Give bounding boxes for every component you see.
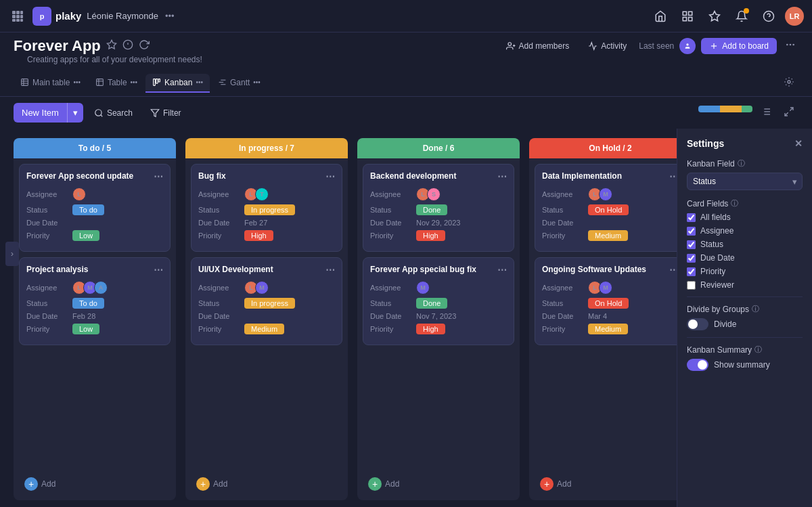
tab-gantt-label: Gantt <box>230 78 250 87</box>
settings-close-btn[interactable]: ✕ <box>794 138 803 149</box>
field-priority-checkbox[interactable] <box>687 267 696 276</box>
summary-info-icon[interactable]: ⓘ <box>754 345 762 355</box>
summary-toggle[interactable] <box>687 359 708 371</box>
status-badge[interactable]: In progress <box>244 204 295 215</box>
tab-gantt-more[interactable]: ••• <box>253 79 261 86</box>
status-label: Status <box>198 299 244 307</box>
apps-grid-icon-btn[interactable] <box>677 5 698 27</box>
add-label: Add <box>385 479 399 489</box>
search-btn[interactable]: Search <box>87 104 139 122</box>
priority-badge[interactable]: High <box>244 230 273 241</box>
avatar: M <box>599 188 612 201</box>
onhold-add-btn[interactable]: + Add <box>535 473 677 495</box>
add-label: Add <box>557 479 571 489</box>
status-badge[interactable]: On Hold <box>588 298 629 309</box>
tab-table-more[interactable]: ••• <box>131 79 138 86</box>
add-members-btn[interactable]: Add members <box>499 38 577 54</box>
tab-kanban[interactable]: Kanban ••• <box>145 74 210 93</box>
card-more-btn[interactable]: ⋯ <box>669 171 677 182</box>
card-title: Forever App second update ⋯ <box>26 171 163 182</box>
tab-main-table-more[interactable]: ••• <box>73 79 81 86</box>
card-more-btn[interactable]: ⋯ <box>497 265 507 275</box>
field-duedate-checkbox[interactable] <box>687 254 696 263</box>
done-add-btn[interactable]: + Add <box>363 473 514 495</box>
svg-rect-2 <box>20 11 23 14</box>
collapse-btn[interactable] <box>780 102 798 123</box>
card-fields-info-icon[interactable]: ⓘ <box>731 198 738 208</box>
divide-toggle[interactable] <box>687 318 708 330</box>
nav-more-btn[interactable]: ••• <box>165 11 175 21</box>
card-more-btn[interactable]: ⋯ <box>669 265 677 275</box>
view-layout-btn[interactable] <box>757 102 775 123</box>
priority-badge[interactable]: Medium <box>588 324 628 334</box>
logo-text: plaky <box>55 10 81 22</box>
card-more-btn[interactable]: ⋯ <box>497 171 507 182</box>
apps-icon[interactable] <box>8 7 27 26</box>
card-forever-app-update: Forever App second update ⋯ Assignee L S… <box>19 164 171 252</box>
field-all-fields-checkbox[interactable] <box>687 213 696 222</box>
tab-main-table[interactable]: Main table ••• <box>14 74 87 93</box>
field-status-checkbox[interactable] <box>687 240 696 249</box>
refresh-btn[interactable] <box>139 39 150 52</box>
kanban-field-info-icon[interactable]: ⓘ <box>738 158 745 169</box>
card-field-duedate: Due Date Feb 28 <box>26 312 163 320</box>
add-to-board-btn[interactable]: Add to board <box>701 38 777 54</box>
field-assignee-checkbox[interactable] <box>687 227 696 236</box>
priority-badge[interactable]: Low <box>72 230 99 241</box>
logo[interactable]: p plaky <box>32 7 81 26</box>
card-field-assignee: Assignee M <box>370 281 507 294</box>
home-icon-btn[interactable] <box>650 5 671 27</box>
svg-line-53 <box>785 112 788 116</box>
new-item-btn[interactable]: New Item ▾ <box>14 103 83 123</box>
field-all-fields-label: All fields <box>700 213 731 222</box>
tab-gantt[interactable]: Gantt ••• <box>211 74 267 93</box>
info-btn[interactable] <box>122 39 133 52</box>
priority-badge[interactable]: High <box>416 324 445 334</box>
notification-dot <box>744 8 749 14</box>
divide-info-icon[interactable]: ⓘ <box>752 304 759 314</box>
card-more-btn[interactable]: ⋯ <box>154 171 163 182</box>
field-reviewer-checkbox[interactable] <box>687 281 696 290</box>
last-seen-label: Last seen <box>639 41 674 51</box>
svg-rect-12 <box>689 17 692 20</box>
status-badge[interactable]: To do <box>72 298 104 309</box>
priority-badge[interactable]: Medium <box>588 230 628 241</box>
status-badge[interactable]: Done <box>416 204 447 215</box>
left-expand-btn[interactable]: › <box>5 242 19 266</box>
priority-badge[interactable]: Low <box>72 324 99 334</box>
notifications-icon-btn[interactable] <box>731 5 752 27</box>
kanban-field-select[interactable]: Status <box>687 173 803 190</box>
nav-username[interactable]: Léonie Raymonde <box>87 11 158 21</box>
field-assignee: Assignee <box>687 226 803 236</box>
view-settings-btn[interactable] <box>780 72 798 93</box>
user-avatar[interactable]: LR <box>785 7 804 26</box>
help-icon-btn[interactable] <box>758 5 780 27</box>
status-badge[interactable]: Done <box>416 298 447 309</box>
card-title: Project analysis ⋯ <box>26 265 163 275</box>
filter-btn[interactable]: Filter <box>143 104 188 122</box>
priority-badge[interactable]: High <box>416 230 445 241</box>
star-icon-btn[interactable] <box>704 5 725 27</box>
favorite-star-btn[interactable] <box>106 39 117 52</box>
priority-badge[interactable]: Medium <box>244 324 284 334</box>
col-done-cards: Backend development ⋯ Assignee L S Statu… <box>357 158 520 470</box>
status-badge[interactable]: On Hold <box>588 204 629 215</box>
new-item-arrow[interactable]: ▾ <box>67 103 83 123</box>
inprogress-add-btn[interactable]: + Add <box>191 473 342 495</box>
card-more-btn[interactable]: ⋯ <box>154 265 163 275</box>
card-more-btn[interactable]: ⋯ <box>325 265 335 275</box>
project-more-btn[interactable] <box>782 37 798 55</box>
card-field-priority: Priority High <box>370 230 507 241</box>
settings-summary-label: Kanban Summary ⓘ <box>687 345 803 355</box>
card-field-priority: Priority Medium <box>542 230 677 241</box>
settings-panel: Settings ✕ Kanban Field ⓘ Status ▾ Card … <box>677 129 812 507</box>
card-more-btn[interactable]: ⋯ <box>325 171 335 182</box>
status-badge[interactable]: In progress <box>244 298 295 309</box>
status-badge[interactable]: To do <box>72 204 104 215</box>
svg-line-44 <box>101 114 103 116</box>
tab-table[interactable]: Table ••• <box>89 74 144 93</box>
svg-point-28 <box>792 44 794 46</box>
tab-kanban-more[interactable]: ••• <box>196 79 203 86</box>
todo-add-btn[interactable]: + Add <box>19 473 171 495</box>
activity-btn[interactable]: Activity <box>581 38 633 54</box>
